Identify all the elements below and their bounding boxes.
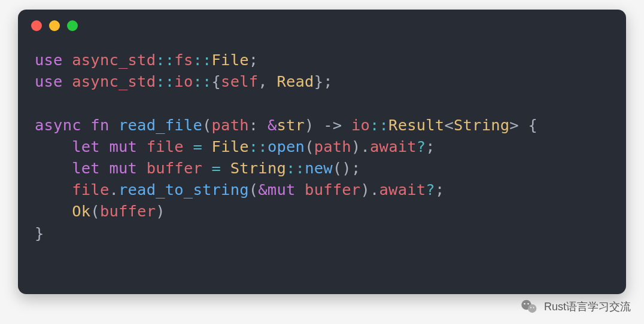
- code-window: use async_std::fs::File; use async_std::…: [18, 10, 626, 294]
- minimize-icon: [49, 20, 60, 31]
- watermark: Rust语言学习交流: [520, 298, 631, 316]
- svg-point-4: [530, 307, 531, 308]
- watermark-text: Rust语言学习交流: [544, 299, 631, 314]
- window-titlebar: [18, 10, 626, 36]
- zoom-icon: [67, 20, 78, 31]
- line-5: let mut file = File::open(path).await?;: [35, 137, 435, 155]
- line-8: Ok(buffer): [35, 202, 165, 220]
- line-2: use async_std::io::{self, Read};: [35, 72, 333, 90]
- svg-point-3: [527, 303, 528, 304]
- line-7: file.read_to_string(&mut buffer).await?;: [35, 181, 444, 198]
- close-icon: [31, 20, 42, 31]
- line-6: let mut buffer = String::new();: [35, 159, 360, 177]
- svg-point-1: [528, 304, 536, 313]
- wechat-icon: [520, 298, 538, 316]
- line-9: }: [35, 224, 44, 242]
- code-block: use async_std::fs::File; use async_std::…: [18, 36, 626, 244]
- line-1: use async_std::fs::File;: [35, 51, 258, 69]
- svg-point-2: [524, 303, 525, 304]
- line-4: async fn read_file(path: &str) -> io::Re…: [35, 116, 537, 134]
- svg-point-5: [533, 307, 534, 308]
